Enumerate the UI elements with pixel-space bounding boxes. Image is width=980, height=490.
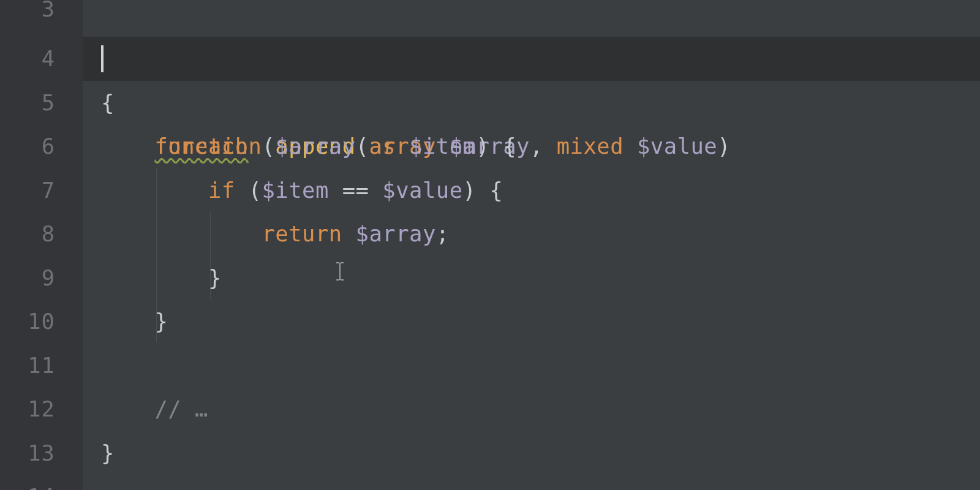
text-caret [101,45,104,72]
code-line-active[interactable]: function append(array $array, mixed $val… [83,37,980,81]
line-number-gutter: 3 4 5 6 7 8 9 10 11 12 13 14 [0,0,83,490]
line-number[interactable]: 5 [0,81,83,125]
code-line[interactable]: foreach ($array as $item) { [83,124,980,168]
code-token: as [369,134,410,159]
code-token: ( [249,178,262,203]
code-token [101,134,155,159]
code-token [101,178,208,203]
code-token: $array [275,134,369,159]
code-token: if [208,178,249,203]
code-line[interactable]: } [83,300,980,344]
line-number[interactable]: 8 [0,212,83,256]
code-token: // … [155,396,209,421]
code-area[interactable]: function append(array $array, mixed $val… [83,0,980,490]
line-number[interactable]: 13 [0,431,83,475]
code-token: ) { [463,178,503,203]
line-number[interactable]: 4 [0,37,83,81]
code-line[interactable] [83,344,980,388]
line-number[interactable]: 10 [0,300,83,344]
ibeam-cursor-icon [336,262,344,281]
code-token [249,134,262,159]
code-token [101,309,155,334]
line-number[interactable]: 11 [0,344,83,388]
code-token: == [342,178,383,203]
code-token: } [208,265,222,290]
line-number[interactable]: 6 [0,124,83,168]
code-line[interactable]: if ($item == $value) { [83,168,980,213]
code-token: } [155,309,168,334]
code-token: { [101,90,115,115]
code-token: } [101,440,115,466]
line-number[interactable]: 7 [0,168,83,213]
code-token: return [262,221,355,246]
line-number[interactable]: 3 [0,0,83,37]
code-line[interactable]: { [83,81,980,125]
code-line[interactable] [83,475,980,490]
code-token [101,265,208,290]
code-line[interactable] [83,0,980,37]
code-editor[interactable]: 3 4 5 6 7 8 9 10 11 12 13 14 function ap… [0,0,980,490]
line-number[interactable]: 12 [0,387,83,431]
code-token: $value [382,178,462,203]
code-token: foreach [155,134,249,159]
code-token: ) { [477,134,517,159]
code-token: ; [436,221,450,246]
code-token [101,396,155,421]
code-token [101,221,262,246]
code-line[interactable]: } [83,256,980,300]
code-line[interactable]: return $array; [83,212,980,256]
line-number[interactable]: 14 [0,475,83,490]
code-token: $item [262,178,342,203]
code-token: $item [409,134,476,159]
code-token: ( [262,134,276,159]
code-line[interactable]: } [83,431,980,475]
code-line[interactable]: // … [83,387,980,431]
line-number[interactable]: 9 [0,256,83,300]
code-token: $array [356,221,436,246]
